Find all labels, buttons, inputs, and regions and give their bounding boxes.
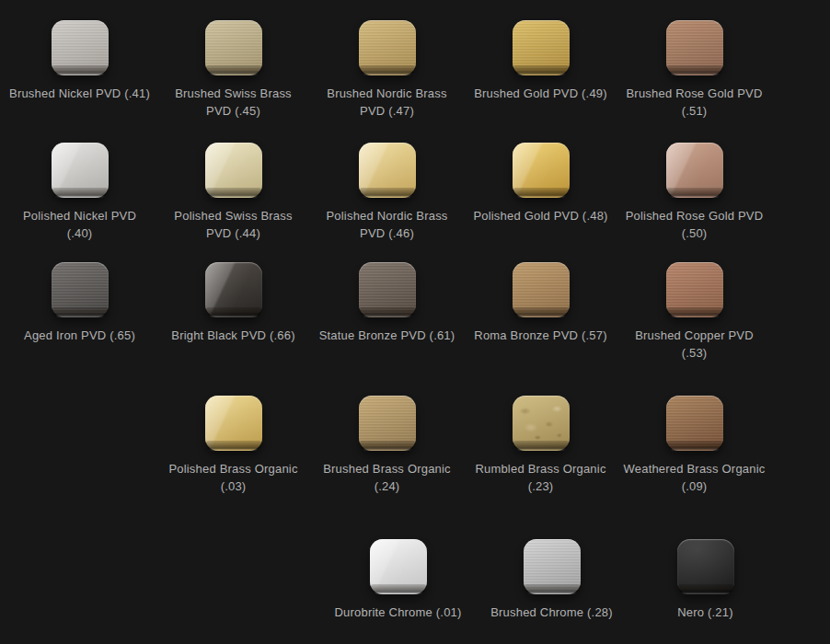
finish-swatch[interactable] xyxy=(359,262,416,317)
finish-option-brushed-nickel-pvd[interactable]: Brushed Nickel PVD (.41) xyxy=(3,20,156,120)
finish-label: Brushed Nickel PVD (.41) xyxy=(9,85,150,102)
finish-option-rumbled-brass-organic[interactable]: Rumbled Brass Organic (.23) xyxy=(464,396,617,495)
finish-option-weathered-brass-organic[interactable]: Weathered Brass Organic (.09) xyxy=(617,396,771,495)
finish-label: Polished Nordic Brass PVD (.46) xyxy=(317,207,458,242)
finish-swatch[interactable] xyxy=(52,143,109,198)
finish-option-polished-nordic-brass-pvd[interactable]: Polished Nordic Brass PVD (.46) xyxy=(310,143,464,242)
finish-label: Polished Brass Organic (.03) xyxy=(163,460,305,495)
finish-label: Statue Bronze PVD (.61) xyxy=(319,327,455,344)
finish-label: Polished Swiss Brass PVD (.44) xyxy=(163,207,305,242)
finish-option-roma-bronze-pvd[interactable]: Roma Bronze PVD (.57) xyxy=(464,262,617,362)
finish-label: Durobrite Chrome (.01) xyxy=(334,604,461,621)
finish-swatch[interactable] xyxy=(666,262,723,317)
finish-swatch[interactable] xyxy=(359,396,416,451)
finish-swatch[interactable] xyxy=(52,262,109,317)
finish-label: Bright Black PVD (.66) xyxy=(171,327,294,344)
finish-option-brushed-nordic-brass-pvd[interactable]: Brushed Nordic Brass PVD (.47) xyxy=(310,20,464,120)
finish-option-brushed-copper-pvd[interactable]: Brushed Copper PVD (.53) xyxy=(617,262,771,362)
finish-row-5: Durobrite Chrome (.01) Brushed Chrome (.… xyxy=(321,539,782,621)
finish-row-2: Polished Nickel PVD (.40) Polished Swiss… xyxy=(3,143,771,242)
finish-option-polished-brass-organic[interactable]: Polished Brass Organic (.03) xyxy=(156,396,310,495)
finish-row-3: Aged Iron PVD (.65) Bright Black PVD (.6… xyxy=(3,262,771,362)
finish-swatch[interactable] xyxy=(513,396,570,451)
finish-swatch[interactable] xyxy=(513,20,570,75)
finish-option-brushed-rose-gold-pvd[interactable]: Brushed Rose Gold PVD (.51) xyxy=(617,20,771,120)
finish-label: Brushed Brass Organic (.24) xyxy=(317,460,458,495)
finish-swatch[interactable] xyxy=(205,262,262,317)
finish-option-polished-swiss-brass-pvd[interactable]: Polished Swiss Brass PVD (.44) xyxy=(156,143,310,242)
finish-swatch[interactable] xyxy=(524,539,581,594)
finish-label: Weathered Brass Organic (.09) xyxy=(624,460,766,495)
finish-swatch[interactable] xyxy=(359,143,416,198)
finish-swatch[interactable] xyxy=(666,20,723,75)
finish-option-brushed-swiss-brass-pvd[interactable]: Brushed Swiss Brass PVD (.45) xyxy=(156,20,310,120)
finish-option-durobrite-chrome[interactable]: Durobrite Chrome (.01) xyxy=(321,539,475,621)
finish-label: Brushed Chrome (.28) xyxy=(490,604,613,621)
finish-label: Aged Iron PVD (.65) xyxy=(24,327,135,344)
finish-option-brushed-chrome[interactable]: Brushed Chrome (.28) xyxy=(475,539,628,621)
finish-option-polished-gold-pvd[interactable]: Polished Gold PVD (.48) xyxy=(464,143,617,242)
finish-label: Polished Rose Gold PVD (.50) xyxy=(624,207,766,242)
finish-option-brushed-brass-organic[interactable]: Brushed Brass Organic (.24) xyxy=(310,396,464,495)
finish-label: Polished Gold PVD (.48) xyxy=(473,207,607,224)
finish-selector-grid: Brushed Nickel PVD (.41) Brushed Swiss B… xyxy=(0,0,830,644)
finish-label: Brushed Rose Gold PVD (.51) xyxy=(624,85,766,120)
finish-swatch[interactable] xyxy=(666,396,723,451)
finish-label: Rumbled Brass Organic (.23) xyxy=(470,460,612,495)
finish-option-nero[interactable]: Nero (.21) xyxy=(628,539,782,621)
finish-swatch[interactable] xyxy=(52,20,109,75)
finish-row-4: Polished Brass Organic (.03) Brushed Bra… xyxy=(156,396,771,495)
finish-label: Brushed Copper PVD (.53) xyxy=(624,327,766,362)
finish-label: Polished Nickel PVD (.40) xyxy=(9,207,151,242)
finish-swatch[interactable] xyxy=(205,143,262,198)
finish-swatch[interactable] xyxy=(666,143,723,198)
finish-option-bright-black-pvd[interactable]: Bright Black PVD (.66) xyxy=(156,262,310,362)
finish-option-brushed-gold-pvd[interactable]: Brushed Gold PVD (.49) xyxy=(464,20,617,120)
finish-option-aged-iron-pvd[interactable]: Aged Iron PVD (.65) xyxy=(3,262,156,362)
finish-swatch[interactable] xyxy=(370,539,427,594)
finish-row-1: Brushed Nickel PVD (.41) Brushed Swiss B… xyxy=(3,20,771,120)
finish-swatch[interactable] xyxy=(677,539,734,594)
finish-option-statue-bronze-pvd[interactable]: Statue Bronze PVD (.61) xyxy=(310,262,464,362)
finish-label: Nero (.21) xyxy=(677,604,733,621)
finish-label: Brushed Gold PVD (.49) xyxy=(474,85,607,102)
finish-label: Brushed Swiss Brass PVD (.45) xyxy=(163,85,305,120)
finish-swatch[interactable] xyxy=(513,262,570,317)
finish-swatch[interactable] xyxy=(205,396,262,451)
finish-label: Roma Bronze PVD (.57) xyxy=(474,327,606,344)
finish-option-polished-rose-gold-pvd[interactable]: Polished Rose Gold PVD (.50) xyxy=(617,143,771,242)
finish-option-polished-nickel-pvd[interactable]: Polished Nickel PVD (.40) xyxy=(3,143,156,242)
finish-label: Brushed Nordic Brass PVD (.47) xyxy=(317,85,458,120)
finish-swatch[interactable] xyxy=(359,20,416,75)
finish-swatch[interactable] xyxy=(513,143,570,198)
finish-swatch[interactable] xyxy=(205,20,262,75)
